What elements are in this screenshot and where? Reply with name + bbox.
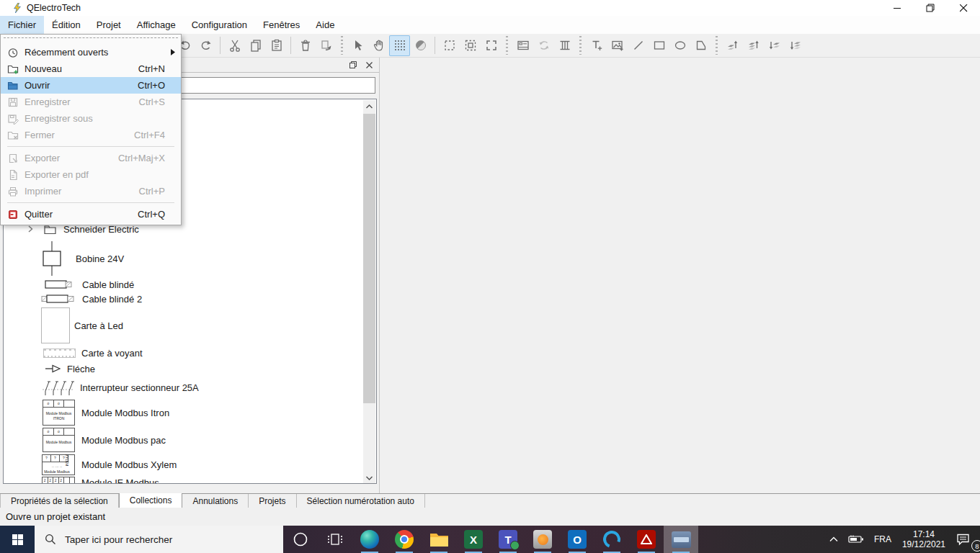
search-icon bbox=[45, 534, 56, 545]
raise-layer-button[interactable] bbox=[722, 35, 743, 56]
tree-item-fleche[interactable]: Fléche bbox=[45, 361, 95, 376]
titleblock-button[interactable] bbox=[512, 35, 533, 56]
tab-selection-numerotation-auto[interactable]: Sélection numérotation auto bbox=[297, 494, 425, 508]
paste-button[interactable] bbox=[266, 35, 287, 56]
add-text-icon bbox=[589, 38, 604, 53]
menu-fichier[interactable]: Fichier bbox=[0, 16, 44, 34]
menu-item-quitter[interactable]: Quitter Ctrl+Q bbox=[1, 206, 181, 222]
task-view-button[interactable] bbox=[318, 526, 352, 553]
select-dashed-button[interactable] bbox=[439, 35, 460, 56]
tree-item-module-if-modbus[interactable]: 2222 Module IF Modbus bbox=[42, 477, 159, 484]
menu-item-exporter-pdf: Exporter en pdf bbox=[1, 166, 181, 183]
tab-proprietes-selection[interactable]: Propriétés de la sélection bbox=[0, 494, 119, 508]
pan-hand-button[interactable] bbox=[368, 35, 389, 56]
tree-item-bobine-24v[interactable]: Bobine 24V bbox=[41, 238, 124, 279]
tree-item-module-modbus-pac[interactable]: oo Module Modbus Module Modbus pac bbox=[43, 427, 166, 453]
tree-item-module-modbus-itron[interactable]: oo Module Modbus ITRON Module Modbus Itr… bbox=[43, 399, 169, 426]
tree-item-module-modbus-xylem[interactable]: ??? ·· ··· ·· Module Modbus XYLEM Module… bbox=[42, 453, 177, 476]
redo-button[interactable] bbox=[195, 35, 216, 56]
dock-close-button[interactable] bbox=[363, 59, 375, 71]
paste-icon bbox=[270, 38, 284, 53]
tray-chevron-button[interactable] bbox=[824, 526, 843, 553]
tree-scrollbar[interactable] bbox=[363, 100, 375, 484]
taskbar-app-button[interactable] bbox=[525, 526, 560, 553]
menu-projet[interactable]: Projet bbox=[89, 16, 129, 34]
antialiasing-button[interactable] bbox=[410, 35, 431, 56]
tree-item-cable-blinde[interactable]: Cable blindé bbox=[45, 277, 134, 292]
menu-tearoff-handle[interactable] bbox=[4, 37, 178, 44]
task-view-icon bbox=[327, 532, 343, 547]
lower-to-bottom-button[interactable] bbox=[785, 35, 806, 56]
tree-item-interrupteur-sectionneur[interactable]: Interrupteur sectionneur 25A bbox=[41, 377, 199, 397]
select-corners-button[interactable] bbox=[481, 35, 502, 56]
taskbar-chrome-button[interactable] bbox=[387, 526, 422, 553]
add-image-icon bbox=[610, 38, 625, 53]
draw-ellipse-button[interactable] bbox=[669, 35, 690, 56]
draw-polygon-button[interactable] bbox=[690, 35, 711, 56]
file-explorer-icon bbox=[429, 531, 449, 548]
mdi-workspace bbox=[380, 58, 980, 493]
taskbar-zscaler-button[interactable] bbox=[594, 526, 629, 553]
taskbar-edge-button[interactable] bbox=[352, 526, 387, 553]
tab-projets[interactable]: Projets bbox=[249, 494, 296, 508]
zscaler-icon bbox=[600, 528, 623, 551]
lower-layer-button[interactable] bbox=[764, 35, 785, 56]
voyant-card-symbol bbox=[43, 349, 76, 358]
menu-item-recemment-ouverts[interactable]: Récemment ouverts bbox=[1, 44, 181, 60]
tree-item-label: Module Modbus pac bbox=[81, 435, 166, 446]
tree-item-cable-blinde-2[interactable]: Cable blindé 2 bbox=[41, 292, 142, 306]
draw-rectangle-button[interactable] bbox=[649, 35, 669, 56]
menu-item-label: Ouvrir bbox=[24, 80, 50, 91]
copy-button[interactable] bbox=[245, 35, 266, 56]
taskbar-outlook-button[interactable]: O bbox=[560, 526, 594, 553]
battery-indicator[interactable] bbox=[843, 526, 869, 553]
taskbar-qelectrotech-button[interactable] bbox=[664, 526, 698, 553]
scrollbar-down-arrow[interactable] bbox=[363, 472, 375, 484]
menu-configuration[interactable]: Configuration bbox=[184, 16, 255, 34]
menu-aide[interactable]: Aide bbox=[308, 16, 342, 34]
taskbar-excel-button[interactable]: X bbox=[456, 526, 491, 553]
dock-float-button[interactable] bbox=[347, 59, 359, 71]
transform-button[interactable] bbox=[316, 35, 337, 56]
menu-edition[interactable]: Édition bbox=[44, 16, 89, 34]
taskbar-acrobat-button[interactable] bbox=[629, 526, 664, 553]
grid-toggle-button[interactable] bbox=[389, 35, 410, 56]
taskbar-teams-button[interactable]: T bbox=[491, 526, 525, 553]
title-bar: QElectroTech bbox=[0, 0, 980, 16]
cut-button[interactable] bbox=[224, 35, 245, 56]
add-image-button[interactable] bbox=[607, 35, 628, 56]
draw-line-button[interactable] bbox=[628, 35, 649, 56]
tab-collections[interactable]: Collections bbox=[119, 493, 183, 508]
menu-affichage[interactable]: Affichage bbox=[129, 16, 184, 34]
scrollbar-up-arrow[interactable] bbox=[363, 100, 375, 112]
tree-item-carte-a-led[interactable]: Carte à Led bbox=[41, 307, 123, 344]
menu-item-nouveau[interactable]: Nouveau Ctrl+N bbox=[1, 60, 181, 77]
close-button[interactable] bbox=[947, 0, 980, 16]
menu-item-ouvrir[interactable]: Ouvrir Ctrl+O bbox=[1, 77, 181, 94]
outlook-icon: O bbox=[568, 530, 587, 549]
minimize-button[interactable] bbox=[881, 0, 914, 16]
menu-fenetres[interactable]: Fenêtres bbox=[255, 16, 308, 34]
taskbar-explorer-button[interactable] bbox=[422, 526, 456, 553]
tab-annulations[interactable]: Annulations bbox=[182, 494, 249, 508]
scrollbar-thumb[interactable] bbox=[363, 114, 375, 403]
rotate-button[interactable] bbox=[533, 35, 554, 56]
column-button[interactable] bbox=[554, 35, 575, 56]
start-button[interactable] bbox=[0, 526, 35, 553]
expand-chevron-icon[interactable] bbox=[25, 224, 35, 234]
taskbar-search-input[interactable]: Taper ici pour rechercher bbox=[35, 526, 283, 553]
action-center-button[interactable]: 8 bbox=[951, 526, 980, 553]
restore-button[interactable] bbox=[914, 0, 947, 16]
led-card-symbol bbox=[41, 307, 70, 343]
select-dashed-filled-button[interactable] bbox=[460, 35, 481, 56]
dock-tab-bar: Propriétés de la sélection Collections A… bbox=[0, 493, 980, 508]
selection-pointer-button[interactable] bbox=[347, 35, 368, 56]
clock[interactable]: 17:14 19/12/2021 bbox=[896, 529, 951, 549]
delete-button[interactable] bbox=[295, 35, 316, 56]
cortana-button[interactable] bbox=[283, 526, 318, 553]
tree-item-carte-a-voyant[interactable]: Carte à voyant bbox=[43, 345, 143, 361]
language-indicator[interactable]: FRA bbox=[869, 526, 896, 553]
tree-item-label: Module Modbus Xylem bbox=[81, 459, 177, 470]
add-text-button[interactable] bbox=[586, 35, 607, 56]
raise-to-top-button[interactable] bbox=[743, 35, 764, 56]
